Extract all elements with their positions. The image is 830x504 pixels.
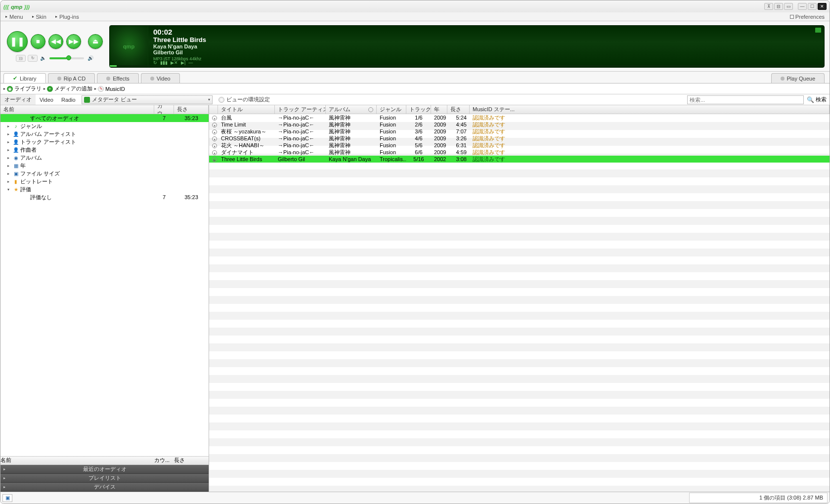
- tree-item-icon: ♪: [12, 124, 19, 129]
- menu-plugins[interactable]: ▸Plug-ins: [55, 14, 79, 20]
- breadcrumb-library[interactable]: ▸◉ライブラリ: [3, 85, 42, 92]
- shuffle-button[interactable]: ))): [16, 55, 26, 62]
- col-length[interactable]: 長さ: [174, 105, 209, 114]
- track-row[interactable]: ▸CROSSBEAT(s)→Pia-no-jaC←風神雷神Fusion4/620…: [209, 135, 830, 142]
- tree-item-icon: ▦: [12, 163, 19, 168]
- filter-row: オーディオ Video Radio メタデータ ビュー▾ ビューの環境設定 🔍検…: [0, 94, 830, 105]
- bl-col-length[interactable]: 長さ: [174, 457, 209, 464]
- progress-bar[interactable]: [110, 65, 824, 67]
- menu-skin[interactable]: ▸Skin: [32, 14, 46, 20]
- category-tree[interactable]: すべてのオーディオ735:23▸♪ジャンル▸👤アルバム アーティスト▸👤トラック…: [0, 114, 209, 456]
- filter-video[interactable]: Video: [36, 94, 57, 105]
- compact-button[interactable]: ⊟: [774, 3, 783, 10]
- track-row[interactable]: ▸台風→Pia-no-jaC←風神雷神Fusion1/620095:24認識済み…: [209, 114, 830, 121]
- tab-effects[interactable]: Effects: [97, 73, 138, 83]
- track-row[interactable]: ▶Three Little BirdsGilberto GilKaya N'ga…: [209, 156, 830, 163]
- search-button[interactable]: 🔍検索: [807, 96, 827, 103]
- tab-play-queue[interactable]: Play Queue: [771, 73, 825, 83]
- tree-row[interactable]: ▸👤トラック アーティスト: [0, 138, 209, 146]
- next-button[interactable]: ▶▶: [66, 34, 81, 49]
- play-icon: ▶✕: [171, 60, 178, 65]
- view-select[interactable]: メタデータ ビュー▾: [82, 95, 213, 104]
- track-artist: Gilberto Gil: [153, 49, 819, 55]
- search-input[interactable]: [690, 97, 801, 103]
- preferences-icon: [790, 15, 794, 19]
- signal-icon: ▮▮▮: [160, 60, 168, 65]
- view-icon: [84, 97, 90, 103]
- player-panel: ❚❚ ■ ◀◀ ▶▶ ⏏ ))) ↻ 🔈 🔊 qmp 00:02 Three L…: [0, 21, 830, 72]
- play-row-icon: ▸: [212, 143, 217, 148]
- bottom-list-row[interactable]: ▸デバイス: [0, 483, 209, 492]
- np-mini-icons: ↻ ▮▮▮ ▶✕ ▶| —: [153, 60, 193, 65]
- musicid-icon: ✎: [98, 86, 104, 92]
- track-list[interactable]: ▸台風→Pia-no-jaC←風神雷神Fusion1/620095:24認識済み…: [209, 114, 830, 492]
- statusbar: ▣ 1 個の項目 (3:08) 2.87 MB: [0, 492, 830, 504]
- menu-menu[interactable]: ▸Menu: [5, 14, 23, 20]
- now-playing-display: qmp 00:02 Three Little Birds Kaya N'gan …: [109, 25, 825, 68]
- repeat-button[interactable]: ↻: [28, 55, 38, 62]
- volume-slider[interactable]: [49, 57, 84, 59]
- tree-row[interactable]: 評価なし735:23: [0, 193, 209, 201]
- play-row-icon: ▶: [212, 157, 217, 162]
- bl-col-name[interactable]: 名前: [0, 457, 154, 464]
- pin-button[interactable]: ⊼: [764, 3, 773, 10]
- play-pause-button[interactable]: ❚❚: [7, 31, 28, 52]
- tree-row[interactable]: ▸👤作曲者: [0, 146, 209, 154]
- close-button[interactable]: ✕: [818, 3, 827, 10]
- track-album: Kaya N'gan Daya: [153, 43, 819, 49]
- filter-audio[interactable]: オーディオ: [0, 94, 36, 105]
- tree-row[interactable]: ▸▮ビットレート: [0, 177, 209, 185]
- album-art: qmp: [110, 26, 148, 67]
- tab-rip[interactable]: Rip A CD: [48, 73, 95, 83]
- th-length[interactable]: 長さ: [447, 105, 470, 114]
- play-row-icon: ▸: [212, 136, 217, 141]
- bl-col-count[interactable]: カウ...: [154, 457, 174, 464]
- category-pane: 名前 カウ... 長さ すべてのオーディオ735:23▸♪ジャンル▸👤アルバム …: [0, 105, 209, 492]
- eject-button[interactable]: ⏏: [88, 34, 103, 49]
- tree-row[interactable]: ▸▣ファイル サイズ: [0, 169, 209, 177]
- mode-button[interactable]: ▭: [784, 3, 793, 10]
- bottom-list-row[interactable]: ▸最近のオーディオ: [0, 465, 209, 474]
- tree-row[interactable]: ▸♪ジャンル: [0, 122, 209, 130]
- bottom-list-row[interactable]: ▸プレイリスト: [0, 474, 209, 483]
- th-trackno[interactable]: トラック #: [406, 105, 431, 114]
- tree-item-icon: ◉: [12, 155, 19, 161]
- view-preferences[interactable]: ビューの環境設定: [218, 96, 270, 103]
- th-year[interactable]: 年: [431, 105, 447, 114]
- tree-row[interactable]: ▸▦年: [0, 162, 209, 169]
- breadcrumb: ▸◉ライブラリ ▸+メディアの追加 ▸✎MusicID: [0, 84, 830, 94]
- th-genre[interactable]: ジャンル: [377, 105, 406, 114]
- tree-row[interactable]: ▾★評価: [0, 185, 209, 193]
- tab-library[interactable]: ✔Library: [3, 73, 46, 83]
- col-count[interactable]: カウ...: [154, 105, 174, 114]
- play-row-icon: ▸: [212, 123, 217, 127]
- th-artist[interactable]: トラック アーティスト: [275, 105, 326, 114]
- prev-button[interactable]: ◀◀: [48, 34, 63, 49]
- play-row-icon: ▸: [212, 129, 217, 134]
- tab-video[interactable]: Video: [141, 73, 180, 83]
- minimize-button[interactable]: —: [798, 3, 807, 10]
- th-play[interactable]: [209, 105, 218, 114]
- th-musicid[interactable]: MusicID ステー...: [470, 105, 830, 114]
- track-row[interactable]: ▸Time Limit→Pia-no-jaC←風神雷神Fusion2/62009…: [209, 121, 830, 128]
- track-row[interactable]: ▸花火 ～HANABI～→Pia-no-jaC←風神雷神Fusion5/6200…: [209, 142, 830, 149]
- th-title[interactable]: タイトル: [218, 105, 275, 114]
- layout-toggle-button[interactable]: ▣: [2, 494, 12, 502]
- titlebar: ((( qmp ))) ⊼ ⊟ ▭ — ☐ ✕: [0, 0, 830, 12]
- th-album[interactable]: アルバム: [326, 105, 377, 114]
- stop-button[interactable]: ■: [31, 34, 45, 49]
- preferences-link[interactable]: Preferences: [790, 14, 825, 20]
- volume-low-icon: 🔈: [40, 55, 46, 61]
- library-icon: ◉: [7, 86, 13, 92]
- search-input-wrap: [687, 95, 804, 104]
- track-row[interactable]: ▸夜桜 ～yozakura～→Pia-no-jaC←風神雷神Fusion3/62…: [209, 128, 830, 135]
- tree-row[interactable]: すべてのオーディオ735:23: [0, 114, 209, 122]
- tree-row[interactable]: ▸◉アルバム: [0, 154, 209, 162]
- track-row[interactable]: ▸ダイナマイト→Pia-no-jaC←風神雷神Fusion6/620094:59…: [209, 149, 830, 156]
- tree-row[interactable]: ▸👤アルバム アーティスト: [0, 130, 209, 138]
- breadcrumb-musicid[interactable]: ▸✎MusicID: [94, 86, 125, 92]
- maximize-button[interactable]: ☐: [808, 3, 817, 10]
- col-name[interactable]: 名前: [0, 105, 154, 114]
- breadcrumb-add-media[interactable]: ▸+メディアの追加: [44, 85, 92, 92]
- filter-radio[interactable]: Radio: [57, 94, 80, 105]
